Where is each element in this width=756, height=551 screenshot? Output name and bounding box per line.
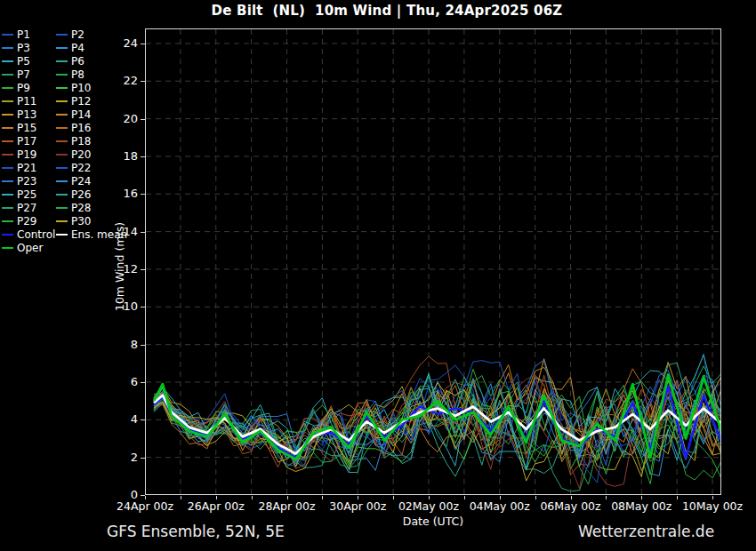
legend-color-swatch [56,47,68,49]
legend-item-control: Control [2,229,56,240]
x-tick-mark [358,496,358,499]
x-tick-mark [571,496,572,499]
legend-color-swatch [2,87,13,89]
legend-item-p18: P18 [56,136,127,147]
legend-label: P9 [17,83,30,93]
y-tick-label-4: 4 [108,413,138,425]
legend-item-p15: P15 [2,123,56,133]
x-tick-label-12: 06May 00z [531,500,611,512]
legend-item-p13: P13 [2,109,56,120]
legend-label: P18 [71,136,92,147]
legend-color-swatch [56,207,68,209]
legend-item-p9: P9 [2,83,56,93]
legend-label: P14 [71,109,92,120]
meteogram-window: De Bilt (NL) 10m Wind | Thu, 24Apr2025 0… [0,0,756,551]
legend-item-p2: P2 [56,29,127,40]
y-tick-label-2: 2 [108,451,138,463]
legend-label: P5 [17,56,30,67]
ensemble-chart-canvas [145,28,721,495]
y-axis-title: 10m Wind (m/s) [113,222,126,311]
legend-label: P6 [71,56,84,67]
x-tick-label-16: 10May 00z [672,500,752,512]
x-tick-mark [252,496,253,499]
legend-label: P3 [17,43,30,53]
legend-color-swatch [56,154,68,156]
legend-color-swatch [2,100,13,102]
legend-color-swatch [56,34,68,36]
legend-item-p19: P19 [2,149,56,160]
x-tick-mark [145,496,146,499]
legend-color-swatch [2,127,13,129]
legend-label: P24 [71,176,92,187]
x-tick-mark [712,496,713,499]
legend-item-p14: P14 [56,109,127,120]
legend-color-swatch [56,114,68,116]
y-tick-mark [141,495,145,496]
legend-label: P12 [71,96,92,107]
legend-label: P25 [17,189,37,200]
x-tick-mark [500,496,501,499]
legend-label: P23 [17,176,37,187]
legend-item-p21: P21 [2,163,56,173]
legend-item-oper: Oper [2,243,56,253]
x-tick-mark [322,496,323,499]
legend-item-p17: P17 [2,136,56,147]
x-tick-label-4: 28Apr 00z [247,500,327,512]
legend-color-swatch [2,247,13,249]
x-tick-label-14: 08May 00z [601,500,681,512]
legend-color-swatch [2,74,13,76]
x-tick-mark [677,496,678,499]
legend-color-swatch [2,114,13,116]
legend-color-swatch [2,180,13,182]
legend-color-swatch [2,154,13,156]
legend-color-swatch [56,74,68,76]
x-tick-mark [464,496,465,499]
y-tick-label-6: 6 [108,376,138,387]
legend-label: P13 [17,109,37,120]
x-tick-mark [216,496,217,499]
legend-color-swatch [2,167,13,169]
legend-label: P16 [71,123,92,133]
x-tick-mark [606,496,607,499]
y-tick-label-8: 8 [108,339,138,350]
legend-color-swatch [2,60,13,62]
x-tick-label-6: 30Apr 00z [318,500,398,512]
x-tick-mark [287,496,288,499]
legend-item-p4: P4 [56,43,127,53]
legend-item-p26: P26 [56,189,127,200]
legend: P1P2P3P4P5P6P7P8P9P10P11P12P13P14P15P16P… [2,28,127,254]
legend-label: P2 [71,29,84,40]
x-tick-label-10: 04May 00z [460,500,540,512]
legend-item-p24: P24 [56,176,127,187]
legend-item-p12: P12 [56,96,127,107]
y-tick-label-0: 0 [108,489,138,500]
legend-item-p28: P28 [56,203,127,213]
legend-label: Control [17,229,55,240]
legend-label: P8 [71,69,84,80]
plot-area [145,28,721,495]
legend-label: P21 [17,163,37,173]
legend-color-swatch [56,127,68,129]
legend-label: P29 [17,216,37,227]
legend-item-p1: P1 [2,29,56,40]
legend-label: P26 [71,189,92,200]
legend-label: P15 [17,123,37,133]
legend-item-p3: P3 [2,43,56,53]
legend-color-swatch [2,194,13,196]
legend-item-p5: P5 [2,56,56,67]
legend-item-p11: P11 [2,96,56,107]
legend-label: P30 [71,216,92,227]
legend-item-p10: P10 [56,83,127,93]
legend-item-p22: P22 [56,163,127,173]
legend-item-p7: P7 [2,69,56,80]
legend-color-swatch [56,100,68,102]
legend-item-p6: P6 [56,56,127,67]
legend-color-swatch [56,234,68,236]
legend-color-swatch [56,140,68,142]
legend-color-swatch [56,180,68,182]
legend-item-p20: P20 [56,149,127,160]
x-tick-label-2: 26Apr 00z [176,500,256,512]
legend-label: P10 [71,83,92,93]
legend-label: P4 [71,43,84,53]
x-tick-label-8: 02May 00z [389,500,469,512]
